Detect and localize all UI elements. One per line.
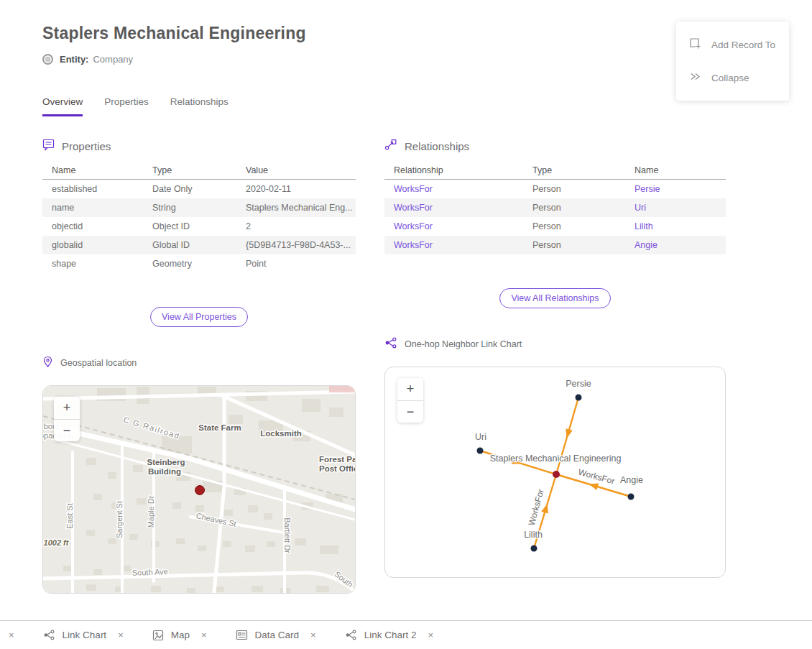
link-chart-zoom-out-button[interactable]: − <box>397 400 423 423</box>
view-all-properties-button[interactable]: View All Properties <box>150 307 248 327</box>
table-cell-link[interactable]: WorksFor <box>384 221 523 231</box>
bottom-tab-link-chart[interactable]: Link Chart× <box>43 630 124 640</box>
close-tab-icon[interactable]: × <box>310 630 316 640</box>
view-all-relationships-button[interactable]: View All Relationships <box>499 288 610 308</box>
map-label: Bartlett Dr <box>283 517 292 553</box>
close-tab-icon[interactable]: × <box>118 630 124 640</box>
properties-section-title: Properties <box>62 140 111 152</box>
edge-label: WorksFor <box>577 467 616 487</box>
table-cell: Person <box>523 184 625 194</box>
table-cell-link[interactable]: WorksFor <box>384 203 523 213</box>
column-header: Type <box>523 165 625 175</box>
bottom-tab-label: Link Chart 2 <box>364 630 417 640</box>
entity-type: Company <box>93 54 133 65</box>
graph-node-lilith[interactable] <box>531 546 538 552</box>
map-label: Post Offic <box>319 464 355 473</box>
entity-label: Entity: <box>60 54 88 65</box>
node-label: Staplers Mechanical Engineering <box>490 454 622 464</box>
map-label: Steinberg <box>147 458 185 466</box>
bottom-tab-data-card[interactable]: Data Card× <box>236 630 316 640</box>
menu-item-collapse[interactable]: Collapse <box>676 61 789 94</box>
table-row: WorksForPersonUri <box>384 198 726 217</box>
menu-item-add-record-to[interactable]: Add Record To <box>676 28 789 61</box>
link-chart-section-title: One-hop Neighbor Link Chart <box>405 339 522 349</box>
map-zoom-control: + − <box>54 397 80 441</box>
right-column: Relationships RelationshipTypeNameWorksF… <box>384 138 726 594</box>
table-cell: Date Only <box>143 184 236 194</box>
tab-overview[interactable]: Overview <box>42 96 83 116</box>
table-cell: established <box>42 184 143 194</box>
column-header: Relationship <box>384 165 523 175</box>
column-header: Value <box>236 165 356 175</box>
graph-node-uri[interactable] <box>477 448 484 454</box>
table-cell: globalid <box>42 240 143 250</box>
node-label: Uri <box>475 432 486 442</box>
relationships-icon <box>384 139 397 154</box>
table-cell: Object ID <box>143 221 236 231</box>
map-zoom-out-button[interactable]: − <box>54 419 80 441</box>
table-cell-link[interactable]: WorksFor <box>384 240 523 250</box>
link-chart-zoom-control: + − <box>397 378 423 423</box>
close-tab-icon[interactable]: × <box>428 630 434 640</box>
map-marker[interactable] <box>195 486 205 495</box>
table-row: WorksForPersonAngie <box>384 236 726 254</box>
node-label: Persie <box>566 379 591 389</box>
table-row: objectidObject ID2 <box>42 217 356 236</box>
column-header: Name <box>625 165 726 175</box>
map-label: Building <box>148 467 181 476</box>
relationships-table: RelationshipTypeNameWorksForPersonPersie… <box>384 162 726 254</box>
link-chart-icon <box>384 337 397 351</box>
table-cell-link[interactable]: Angie <box>625 240 726 250</box>
link-chart-icon <box>43 630 55 640</box>
column-header: Name <box>42 165 143 175</box>
graph-node-persie[interactable] <box>576 395 582 401</box>
graph-node-center[interactable] <box>553 471 560 478</box>
menu-item-label: Collapse <box>711 73 749 83</box>
table-header-row: NameTypeValue <box>42 162 356 180</box>
map-panel[interactable]: rbouropaedicsC G RailroadState FarmLocks… <box>42 385 356 594</box>
table-cell-link[interactable]: Persie <box>625 184 726 194</box>
properties-button-row: View All Properties <box>42 307 356 327</box>
table-cell-link[interactable]: WorksFor <box>384 184 523 194</box>
bottom-tab-link-chart-2[interactable]: Link Chart 2× <box>345 630 433 640</box>
graph-node-angie[interactable] <box>628 494 635 500</box>
tab-properties[interactable]: Properties <box>104 96 149 116</box>
close-tab-icon[interactable]: × <box>201 630 207 640</box>
data-card-page: Staplers Mechanical Engineering Entity: … <box>0 0 812 649</box>
data-card-icon <box>236 630 248 640</box>
map-label: Sargent St <box>115 501 124 538</box>
edge-arrowhead <box>541 504 548 514</box>
bottom-tab-partial[interactable]: × <box>0 630 14 640</box>
link-chart-panel[interactable]: WorksForWorksForStaplers Mechanical Engi… <box>384 367 726 578</box>
table-cell: 2 <box>236 221 356 231</box>
close-tab-icon[interactable]: × <box>9 630 14 640</box>
table-row: WorksForPersonPersie <box>384 180 726 198</box>
table-header-row: RelationshipTypeName <box>384 162 726 180</box>
map-icon <box>152 630 164 641</box>
table-cell-link[interactable]: Lilith <box>625 221 726 231</box>
link-chart-zoom-in-button[interactable]: + <box>397 378 423 400</box>
properties-icon <box>42 139 55 154</box>
table-cell: String <box>143 203 236 213</box>
table-row: establishedDate Only2020-02-11 <box>42 180 356 198</box>
table-cell: Point <box>236 259 356 269</box>
table-cell-link[interactable]: Uri <box>625 203 726 213</box>
link-chart-section-header: One-hop Neighbor Link Chart <box>384 337 726 351</box>
properties-section-header: Properties <box>42 138 356 154</box>
bottom-tab-map[interactable]: Map× <box>152 630 207 641</box>
basemap: rbouropaedicsC G RailroadState FarmLocks… <box>43 386 355 593</box>
map-zoom-in-button[interactable]: + <box>54 397 80 419</box>
map-label: Locksmith <box>260 429 302 438</box>
node-label: Lilith <box>524 530 543 540</box>
table-row: shapeGeometryPoint <box>42 254 356 273</box>
tab-relationships[interactable]: Relationships <box>170 96 229 116</box>
table-cell: 2020-02-11 <box>236 184 356 194</box>
properties-table: NameTypeValueestablishedDate Only2020-02… <box>42 162 356 273</box>
relationships-section-title: Relationships <box>405 140 469 152</box>
menu-item-label: Add Record To <box>711 40 775 50</box>
map-label: Forest Par <box>319 455 355 464</box>
entity-type-indicator <box>42 54 53 65</box>
bottom-tab-label: Map <box>171 630 190 640</box>
add-record-icon <box>689 37 701 52</box>
link-chart-icon <box>345 630 357 640</box>
